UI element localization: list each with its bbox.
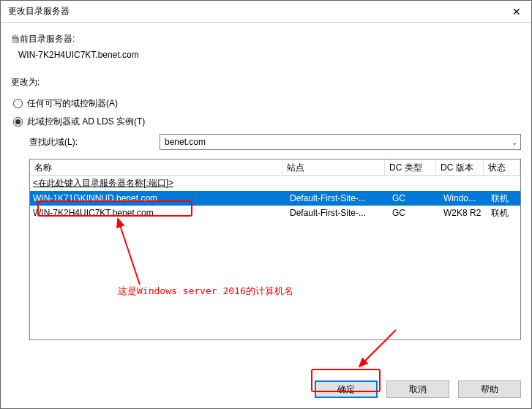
table-row[interactable]: WIN-7K2H4UIC7KT.benet.com Default-First-…	[30, 206, 520, 220]
cell-dcver: Windo...	[439, 193, 487, 203]
radio-this-dc[interactable]: 此域控制器或 AD LDS 实例(T)	[11, 116, 521, 128]
cell-name: WIN-7K2H4UIC7KT.benet.com	[33, 208, 285, 218]
cell-dctype: GC	[388, 193, 439, 203]
cell-status: 联机	[487, 207, 520, 219]
col-name[interactable]: 名称	[30, 160, 282, 175]
ok-button[interactable]: 确定	[315, 380, 378, 398]
cell-name: WIN-1K71GKINNUD.benet.com	[33, 193, 285, 203]
lookup-domain-label: 查找此域(L):	[29, 136, 160, 149]
server-table: 名称 站点 DC 类型 DC 版本 状态 <在此处键入目录服务器名称[:端口]>…	[29, 159, 521, 340]
close-icon: ✕	[512, 6, 521, 18]
cell-dcver: W2K8 R2	[439, 208, 487, 218]
change-to-label: 更改为:	[11, 76, 521, 89]
cancel-button[interactable]: 取消	[386, 380, 449, 398]
domain-value: benet.com	[165, 137, 206, 147]
radio-any-writable[interactable]: 任何可写的域控制器(A)	[11, 97, 521, 110]
cell-dctype: GC	[388, 208, 439, 218]
radio-icon-selected	[13, 117, 23, 127]
close-button[interactable]: ✕	[502, 1, 531, 23]
current-server-label: 当前目录服务器:	[11, 33, 521, 45]
cell-status: 联机	[487, 192, 520, 205]
radio-icon	[13, 99, 23, 108]
help-button[interactable]: 帮助	[458, 380, 521, 398]
table-row[interactable]: WIN-1K71GKINNUD.benet.com Default-First-…	[30, 191, 520, 206]
col-dctype[interactable]: DC 类型	[385, 160, 436, 175]
current-server-value: WIN-7K2H4UIC7KT.benet.com	[11, 50, 521, 60]
radio-label: 此域控制器或 AD LDS 实例(T)	[27, 116, 145, 128]
cell-site: Default-First-Site-...	[285, 208, 388, 218]
type-server-hint[interactable]: <在此处键入目录服务器名称[:端口]>	[30, 176, 520, 191]
col-status[interactable]: 状态	[484, 160, 520, 175]
window-title: 更改目录服务器	[8, 5, 70, 18]
radio-label: 任何可写的域控制器(A)	[27, 97, 118, 110]
cell-site: Default-First-Site-...	[285, 193, 388, 203]
domain-combobox[interactable]: benet.com ⌄	[160, 134, 521, 150]
chevron-down-icon: ⌄	[512, 138, 517, 146]
col-site[interactable]: 站点	[282, 160, 385, 175]
col-dcver[interactable]: DC 版本	[436, 160, 484, 175]
